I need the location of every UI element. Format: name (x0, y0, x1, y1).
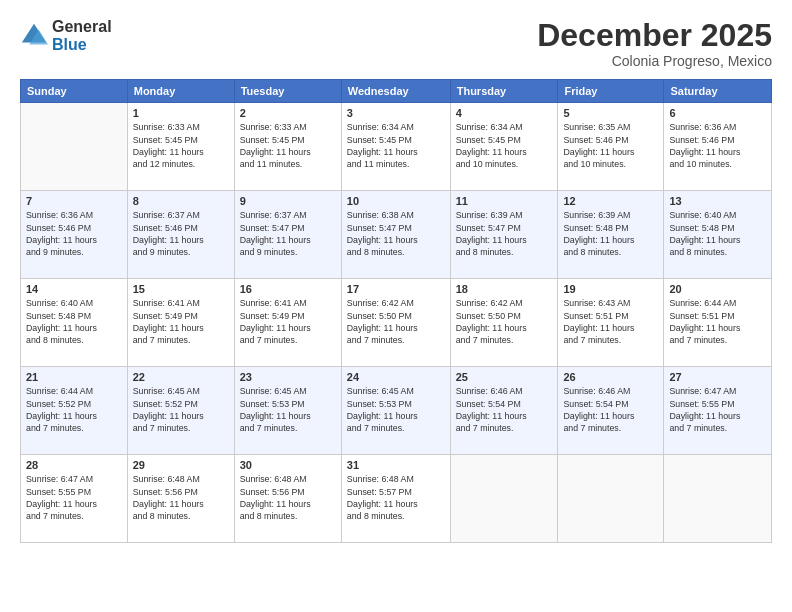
calendar-cell: 17Sunrise: 6:42 AM Sunset: 5:50 PM Dayli… (341, 279, 450, 367)
day-number: 28 (26, 459, 122, 471)
day-number: 7 (26, 195, 122, 207)
day-info: Sunrise: 6:34 AM Sunset: 5:45 PM Dayligh… (347, 121, 445, 170)
calendar-cell: 15Sunrise: 6:41 AM Sunset: 5:49 PM Dayli… (127, 279, 234, 367)
day-number: 14 (26, 283, 122, 295)
calendar-table: SundayMondayTuesdayWednesdayThursdayFrid… (20, 79, 772, 543)
day-number: 2 (240, 107, 336, 119)
day-number: 27 (669, 371, 766, 383)
day-info: Sunrise: 6:37 AM Sunset: 5:46 PM Dayligh… (133, 209, 229, 258)
calendar-header-thursday: Thursday (450, 80, 558, 103)
day-number: 1 (133, 107, 229, 119)
calendar-header-wednesday: Wednesday (341, 80, 450, 103)
day-info: Sunrise: 6:44 AM Sunset: 5:51 PM Dayligh… (669, 297, 766, 346)
calendar-cell: 3Sunrise: 6:34 AM Sunset: 5:45 PM Daylig… (341, 103, 450, 191)
calendar-cell: 2Sunrise: 6:33 AM Sunset: 5:45 PM Daylig… (234, 103, 341, 191)
calendar-cell: 27Sunrise: 6:47 AM Sunset: 5:55 PM Dayli… (664, 367, 772, 455)
calendar-cell: 1Sunrise: 6:33 AM Sunset: 5:45 PM Daylig… (127, 103, 234, 191)
day-info: Sunrise: 6:47 AM Sunset: 5:55 PM Dayligh… (26, 473, 122, 522)
day-info: Sunrise: 6:40 AM Sunset: 5:48 PM Dayligh… (26, 297, 122, 346)
day-info: Sunrise: 6:33 AM Sunset: 5:45 PM Dayligh… (133, 121, 229, 170)
day-info: Sunrise: 6:34 AM Sunset: 5:45 PM Dayligh… (456, 121, 553, 170)
calendar-cell: 25Sunrise: 6:46 AM Sunset: 5:54 PM Dayli… (450, 367, 558, 455)
calendar-week-row: 1Sunrise: 6:33 AM Sunset: 5:45 PM Daylig… (21, 103, 772, 191)
calendar-cell (21, 103, 128, 191)
calendar-cell: 24Sunrise: 6:45 AM Sunset: 5:53 PM Dayli… (341, 367, 450, 455)
calendar-cell: 14Sunrise: 6:40 AM Sunset: 5:48 PM Dayli… (21, 279, 128, 367)
day-info: Sunrise: 6:48 AM Sunset: 5:56 PM Dayligh… (133, 473, 229, 522)
calendar-cell: 28Sunrise: 6:47 AM Sunset: 5:55 PM Dayli… (21, 455, 128, 543)
day-number: 16 (240, 283, 336, 295)
calendar-cell: 18Sunrise: 6:42 AM Sunset: 5:50 PM Dayli… (450, 279, 558, 367)
day-number: 19 (563, 283, 658, 295)
calendar-cell (450, 455, 558, 543)
header: General Blue December 2025 Colonia Progr… (20, 18, 772, 69)
logo-blue-text: Blue (52, 36, 112, 54)
calendar-week-row: 7Sunrise: 6:36 AM Sunset: 5:46 PM Daylig… (21, 191, 772, 279)
calendar-week-row: 21Sunrise: 6:44 AM Sunset: 5:52 PM Dayli… (21, 367, 772, 455)
day-number: 15 (133, 283, 229, 295)
calendar-cell: 21Sunrise: 6:44 AM Sunset: 5:52 PM Dayli… (21, 367, 128, 455)
day-number: 18 (456, 283, 553, 295)
calendar-cell: 29Sunrise: 6:48 AM Sunset: 5:56 PM Dayli… (127, 455, 234, 543)
day-info: Sunrise: 6:46 AM Sunset: 5:54 PM Dayligh… (563, 385, 658, 434)
day-info: Sunrise: 6:39 AM Sunset: 5:47 PM Dayligh… (456, 209, 553, 258)
day-info: Sunrise: 6:44 AM Sunset: 5:52 PM Dayligh… (26, 385, 122, 434)
calendar-cell: 5Sunrise: 6:35 AM Sunset: 5:46 PM Daylig… (558, 103, 664, 191)
calendar-cell: 10Sunrise: 6:38 AM Sunset: 5:47 PM Dayli… (341, 191, 450, 279)
calendar-header-monday: Monday (127, 80, 234, 103)
calendar-cell: 16Sunrise: 6:41 AM Sunset: 5:49 PM Dayli… (234, 279, 341, 367)
calendar-cell: 7Sunrise: 6:36 AM Sunset: 5:46 PM Daylig… (21, 191, 128, 279)
day-info: Sunrise: 6:41 AM Sunset: 5:49 PM Dayligh… (133, 297, 229, 346)
day-number: 26 (563, 371, 658, 383)
day-info: Sunrise: 6:36 AM Sunset: 5:46 PM Dayligh… (669, 121, 766, 170)
logo-text: General Blue (52, 18, 112, 53)
day-number: 31 (347, 459, 445, 471)
day-number: 29 (133, 459, 229, 471)
day-number: 5 (563, 107, 658, 119)
day-info: Sunrise: 6:41 AM Sunset: 5:49 PM Dayligh… (240, 297, 336, 346)
day-info: Sunrise: 6:47 AM Sunset: 5:55 PM Dayligh… (669, 385, 766, 434)
calendar-week-row: 28Sunrise: 6:47 AM Sunset: 5:55 PM Dayli… (21, 455, 772, 543)
calendar-cell (558, 455, 664, 543)
day-number: 8 (133, 195, 229, 207)
day-number: 30 (240, 459, 336, 471)
month-title: December 2025 (537, 18, 772, 53)
logo-icon (20, 22, 48, 50)
day-info: Sunrise: 6:48 AM Sunset: 5:57 PM Dayligh… (347, 473, 445, 522)
day-number: 22 (133, 371, 229, 383)
day-info: Sunrise: 6:39 AM Sunset: 5:48 PM Dayligh… (563, 209, 658, 258)
calendar-cell: 31Sunrise: 6:48 AM Sunset: 5:57 PM Dayli… (341, 455, 450, 543)
day-number: 21 (26, 371, 122, 383)
day-info: Sunrise: 6:37 AM Sunset: 5:47 PM Dayligh… (240, 209, 336, 258)
day-number: 3 (347, 107, 445, 119)
calendar-cell: 23Sunrise: 6:45 AM Sunset: 5:53 PM Dayli… (234, 367, 341, 455)
day-number: 23 (240, 371, 336, 383)
day-number: 17 (347, 283, 445, 295)
logo-general-text: General (52, 18, 112, 36)
calendar-cell (664, 455, 772, 543)
calendar-week-row: 14Sunrise: 6:40 AM Sunset: 5:48 PM Dayli… (21, 279, 772, 367)
day-info: Sunrise: 6:36 AM Sunset: 5:46 PM Dayligh… (26, 209, 122, 258)
day-info: Sunrise: 6:38 AM Sunset: 5:47 PM Dayligh… (347, 209, 445, 258)
calendar-header-tuesday: Tuesday (234, 80, 341, 103)
day-info: Sunrise: 6:45 AM Sunset: 5:52 PM Dayligh… (133, 385, 229, 434)
calendar-cell: 26Sunrise: 6:46 AM Sunset: 5:54 PM Dayli… (558, 367, 664, 455)
calendar-cell: 13Sunrise: 6:40 AM Sunset: 5:48 PM Dayli… (664, 191, 772, 279)
location: Colonia Progreso, Mexico (537, 53, 772, 69)
logo: General Blue (20, 18, 112, 53)
day-info: Sunrise: 6:35 AM Sunset: 5:46 PM Dayligh… (563, 121, 658, 170)
day-number: 6 (669, 107, 766, 119)
calendar-header-friday: Friday (558, 80, 664, 103)
calendar-cell: 8Sunrise: 6:37 AM Sunset: 5:46 PM Daylig… (127, 191, 234, 279)
day-info: Sunrise: 6:46 AM Sunset: 5:54 PM Dayligh… (456, 385, 553, 434)
calendar-cell: 30Sunrise: 6:48 AM Sunset: 5:56 PM Dayli… (234, 455, 341, 543)
day-number: 11 (456, 195, 553, 207)
day-info: Sunrise: 6:45 AM Sunset: 5:53 PM Dayligh… (347, 385, 445, 434)
day-info: Sunrise: 6:45 AM Sunset: 5:53 PM Dayligh… (240, 385, 336, 434)
calendar-cell: 4Sunrise: 6:34 AM Sunset: 5:45 PM Daylig… (450, 103, 558, 191)
day-info: Sunrise: 6:42 AM Sunset: 5:50 PM Dayligh… (347, 297, 445, 346)
day-number: 20 (669, 283, 766, 295)
day-info: Sunrise: 6:42 AM Sunset: 5:50 PM Dayligh… (456, 297, 553, 346)
day-number: 9 (240, 195, 336, 207)
day-info: Sunrise: 6:43 AM Sunset: 5:51 PM Dayligh… (563, 297, 658, 346)
